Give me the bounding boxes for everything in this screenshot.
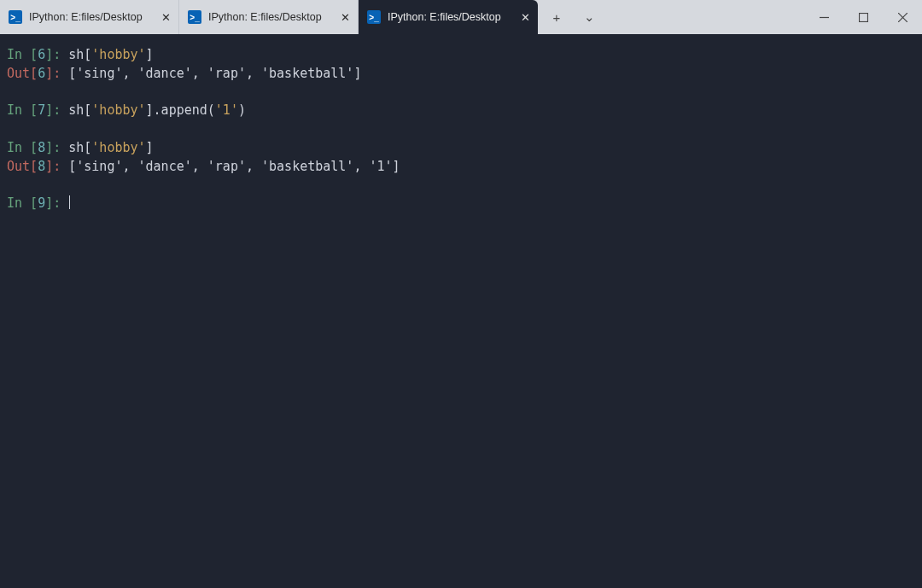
- tab-active[interactable]: >_IPython: E:files/Desktop✕: [359, 0, 538, 34]
- prompt-number: 6: [38, 47, 45, 62]
- powershell-icon: >_: [188, 10, 201, 24]
- tab-label: IPython: E:files/Desktop: [388, 11, 509, 23]
- code-token: sh[: [68, 140, 91, 155]
- prompt-number: 6: [38, 66, 45, 81]
- tab-dropdown-button[interactable]: ⌄: [574, 4, 604, 30]
- prompt-suffix: ]:: [45, 47, 68, 62]
- text-cursor: [69, 195, 70, 210]
- prompt-number: 8: [38, 159, 45, 174]
- prompt-out-line: Out[8]: ['sing', 'dance', 'rap', 'basket…: [7, 158, 915, 177]
- prompt-suffix: ]:: [45, 102, 68, 118]
- code-token: ]: [146, 47, 154, 62]
- terminal-blank-line: [7, 84, 915, 102]
- svg-rect-1: [859, 13, 867, 21]
- close-tab-icon[interactable]: ✕: [156, 8, 175, 26]
- out-prompt-left: Out[: [7, 159, 38, 174]
- code-token: '1': [215, 102, 238, 118]
- in-prompt-left: In [: [7, 47, 38, 62]
- window-controls: [804, 0, 922, 34]
- close-tab-icon[interactable]: ✕: [336, 8, 354, 26]
- code-token: ['sing', 'dance', 'rap', 'basketball', '…: [68, 159, 400, 174]
- code-token: 'hobby': [91, 47, 145, 62]
- prompt-in-line: In [6]: sh['hobby']: [7, 46, 915, 65]
- code-token: sh[: [68, 102, 91, 118]
- tab-actions: + ⌄: [538, 0, 604, 34]
- tab[interactable]: >_IPython: E:files/Desktop✕: [0, 0, 179, 34]
- in-prompt-left: In [: [7, 195, 38, 211]
- powershell-icon: >_: [367, 10, 381, 24]
- code-token: 'hobby': [91, 102, 145, 118]
- minimize-button[interactable]: [804, 0, 843, 34]
- prompt-number: 9: [38, 195, 45, 211]
- code-token: ['sing', 'dance', 'rap', 'basketball']: [68, 66, 361, 81]
- prompt-suffix: ]:: [45, 159, 68, 174]
- prompt-number: 8: [38, 140, 45, 155]
- prompt-in-line: In [8]: sh['hobby']: [7, 139, 915, 158]
- code-token: 'hobby': [91, 140, 145, 155]
- in-prompt-left: In [: [7, 140, 38, 155]
- new-tab-button[interactable]: +: [541, 4, 572, 30]
- prompt-number: 7: [38, 102, 45, 118]
- close-tab-icon[interactable]: ✕: [516, 8, 534, 26]
- code-token: ].append(: [146, 102, 215, 118]
- code-token: ]: [146, 140, 154, 155]
- code-token: ): [238, 102, 246, 118]
- titlebar: >_IPython: E:files/Desktop✕>_IPython: E:…: [0, 0, 922, 34]
- terminal-blank-line: [7, 120, 915, 139]
- code-token: sh[: [68, 47, 91, 62]
- terminal-blank-line: [7, 176, 915, 195]
- tab-label: IPython: E:files/Desktop: [208, 11, 329, 23]
- in-prompt-left: In [: [7, 102, 38, 118]
- out-prompt-left: Out[: [7, 66, 38, 81]
- terminal-output[interactable]: In [6]: sh['hobby']Out[6]: ['sing', 'dan…: [0, 34, 922, 225]
- prompt-in-line: In [7]: sh['hobby'].append('1'): [7, 102, 915, 120]
- prompt-out-line: Out[6]: ['sing', 'dance', 'rap', 'basket…: [7, 65, 915, 84]
- prompt-suffix: ]:: [45, 195, 68, 211]
- tab-label: IPython: E:files/Desktop: [29, 11, 149, 23]
- prompt-in-line: In [9]:: [7, 195, 915, 213]
- maximize-button[interactable]: [843, 0, 883, 34]
- close-window-button[interactable]: [883, 0, 922, 34]
- prompt-suffix: ]:: [45, 140, 68, 155]
- tab[interactable]: >_IPython: E:files/Desktop✕: [179, 0, 359, 34]
- powershell-icon: >_: [9, 10, 22, 24]
- prompt-suffix: ]:: [45, 66, 68, 81]
